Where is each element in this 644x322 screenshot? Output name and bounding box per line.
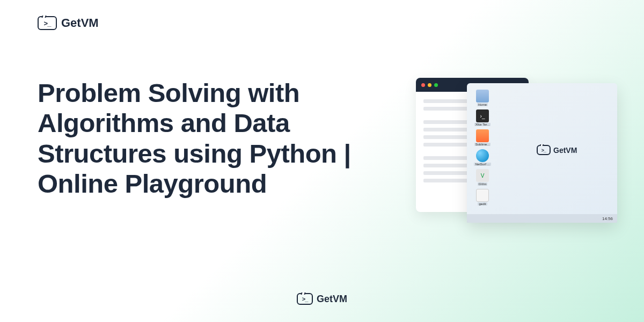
vm-brand-name: GetVM [553,146,577,155]
minimize-icon [428,83,431,87]
desktop-icon-netsurf: NetSurf ... [473,149,492,166]
icon-label: Home [477,103,488,106]
icon-label: GVim [478,182,488,186]
globe-icon [476,149,489,162]
brand-name: GetVM [61,16,99,30]
icon-label: gedit [478,202,487,206]
folder-icon [476,90,489,103]
skeleton-line [423,99,472,103]
brand-name: GetVM [317,294,347,305]
vm-desktop-mockup: Home ›_ Xfce Ter... Sublime... NetSurf .… [467,83,617,223]
desktop-icons-column: Home ›_ Xfce Ter... Sublime... NetSurf .… [473,90,492,206]
text-editor-icon [476,189,489,202]
icon-label: Sublime... [474,143,491,146]
desktop-icon-gedit: gedit [473,189,492,206]
desktop-icon-home: Home [473,90,492,106]
brand-logo-bottom: GetVM [297,293,347,305]
page-title: Problem Solving with Algorithms and Data… [38,78,370,199]
hero-illustration: Home ›_ Xfce Ter... Sublime... NetSurf .… [416,78,614,225]
icon-label: NetSurf ... [474,163,491,166]
vm-brand-logo: GetVM [537,145,577,155]
vim-icon: V [476,169,489,182]
editor-icon [476,129,489,142]
terminal-icon [297,293,313,305]
clock: 14:56 [602,216,613,221]
terminal-icon: ›_ [476,109,489,122]
desktop-icon-terminal: ›_ Xfce Ter... [473,109,492,126]
terminal-icon [537,145,551,155]
taskbar: 14:56 [467,214,617,223]
icon-label: Xfce Ter... [474,123,491,126]
desktop-icon-sublime: Sublime... [473,129,492,146]
terminal-icon [38,16,57,30]
skeleton-line [423,179,472,182]
desktop-icon-gvim: V GVim [473,169,492,186]
brand-logo-top: GetVM [38,16,99,30]
maximize-icon [434,83,438,87]
close-icon [421,83,425,87]
